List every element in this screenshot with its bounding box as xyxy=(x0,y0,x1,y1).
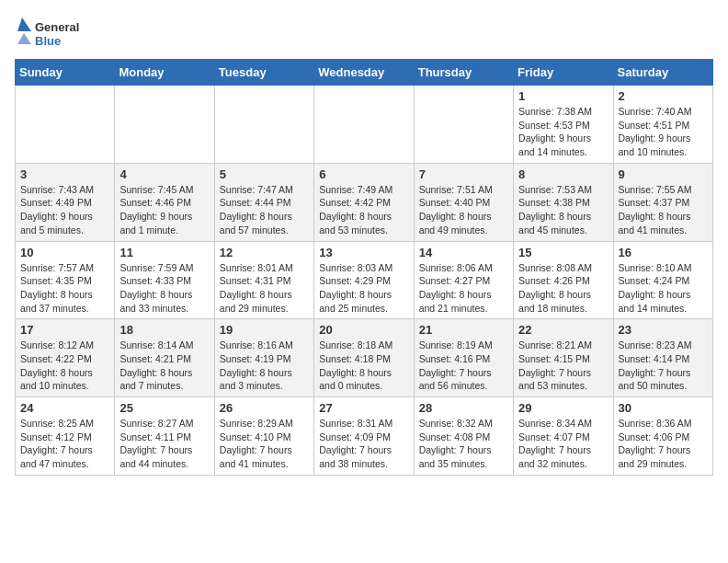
day-number: 12 xyxy=(220,246,309,259)
day-cell: 9Sunrise: 7:55 AM Sunset: 4:37 PM Daylig… xyxy=(613,163,712,241)
day-info: Sunrise: 8:01 AM Sunset: 4:31 PM Dayligh… xyxy=(220,261,309,316)
day-cell xyxy=(314,86,414,164)
day-info: Sunrise: 7:59 AM Sunset: 4:33 PM Dayligh… xyxy=(119,261,209,316)
svg-text:General: General xyxy=(35,20,79,34)
day-info: Sunrise: 8:31 AM Sunset: 4:09 PM Dayligh… xyxy=(319,417,408,471)
day-number: 20 xyxy=(319,323,408,337)
calendar-table: SundayMondayTuesdayWednesdayThursdayFrid… xyxy=(15,59,713,476)
day-info: Sunrise: 7:45 AM Sunset: 4:46 PM Dayligh… xyxy=(119,183,209,237)
day-info: Sunrise: 8:32 AM Sunset: 4:08 PM Dayligh… xyxy=(419,417,508,471)
logo: General Blue xyxy=(15,15,79,52)
weekday-header-sunday: Sunday xyxy=(16,60,115,86)
day-info: Sunrise: 7:47 AM Sunset: 4:44 PM Dayligh… xyxy=(220,183,309,237)
day-number: 17 xyxy=(20,323,109,337)
day-info: Sunrise: 7:40 AM Sunset: 4:51 PM Dayligh… xyxy=(619,105,708,159)
day-cell: 2Sunrise: 7:40 AM Sunset: 4:51 PM Daylig… xyxy=(613,86,712,164)
header: General Blue xyxy=(15,15,713,52)
day-cell: 23Sunrise: 8:23 AM Sunset: 4:14 PM Dayli… xyxy=(613,319,712,397)
day-cell: 12Sunrise: 8:01 AM Sunset: 4:31 PM Dayli… xyxy=(214,241,313,319)
day-cell: 10Sunrise: 7:57 AM Sunset: 4:35 PM Dayli… xyxy=(16,241,115,319)
day-number: 30 xyxy=(619,401,708,415)
day-number: 15 xyxy=(518,246,608,259)
day-info: Sunrise: 8:08 AM Sunset: 4:26 PM Dayligh… xyxy=(518,261,608,316)
logo-svg: General Blue xyxy=(15,15,79,52)
day-cell: 18Sunrise: 8:14 AM Sunset: 4:21 PM Dayli… xyxy=(115,319,214,397)
day-info: Sunrise: 8:23 AM Sunset: 4:14 PM Dayligh… xyxy=(619,339,708,393)
day-number: 16 xyxy=(619,246,708,259)
svg-marker-3 xyxy=(17,33,31,44)
day-cell: 29Sunrise: 8:34 AM Sunset: 4:07 PM Dayli… xyxy=(514,397,613,476)
day-cell: 11Sunrise: 7:59 AM Sunset: 4:33 PM Dayli… xyxy=(115,241,214,319)
day-cell: 3Sunrise: 7:43 AM Sunset: 4:49 PM Daylig… xyxy=(16,163,115,241)
week-row-5: 24Sunrise: 8:25 AM Sunset: 4:12 PM Dayli… xyxy=(16,397,713,476)
day-info: Sunrise: 8:25 AM Sunset: 4:12 PM Dayligh… xyxy=(20,417,109,471)
day-cell: 8Sunrise: 7:53 AM Sunset: 4:38 PM Daylig… xyxy=(514,163,613,241)
day-cell: 6Sunrise: 7:49 AM Sunset: 4:42 PM Daylig… xyxy=(314,163,414,241)
day-cell: 20Sunrise: 8:18 AM Sunset: 4:18 PM Dayli… xyxy=(314,319,414,397)
weekday-header-saturday: Saturday xyxy=(613,60,712,86)
day-number: 25 xyxy=(119,401,209,415)
day-number: 26 xyxy=(220,401,309,415)
day-cell: 27Sunrise: 8:31 AM Sunset: 4:09 PM Dayli… xyxy=(314,397,414,476)
day-info: Sunrise: 8:14 AM Sunset: 4:21 PM Dayligh… xyxy=(119,339,209,393)
day-number: 9 xyxy=(619,167,708,181)
day-info: Sunrise: 8:03 AM Sunset: 4:29 PM Dayligh… xyxy=(319,261,408,316)
day-number: 23 xyxy=(619,323,708,337)
day-info: Sunrise: 8:19 AM Sunset: 4:16 PM Dayligh… xyxy=(419,339,508,393)
day-cell xyxy=(115,86,214,164)
day-number: 7 xyxy=(419,167,508,181)
day-number: 21 xyxy=(419,323,508,337)
day-cell: 19Sunrise: 8:16 AM Sunset: 4:19 PM Dayli… xyxy=(214,319,313,397)
day-info: Sunrise: 7:57 AM Sunset: 4:35 PM Dayligh… xyxy=(20,261,109,316)
day-number: 22 xyxy=(518,323,608,337)
day-cell: 1Sunrise: 7:38 AM Sunset: 4:53 PM Daylig… xyxy=(514,86,613,164)
day-number: 18 xyxy=(119,323,209,337)
day-cell: 30Sunrise: 8:36 AM Sunset: 4:06 PM Dayli… xyxy=(613,397,712,476)
day-number: 11 xyxy=(119,246,209,259)
day-info: Sunrise: 8:16 AM Sunset: 4:19 PM Dayligh… xyxy=(220,339,309,393)
day-info: Sunrise: 8:36 AM Sunset: 4:06 PM Dayligh… xyxy=(619,417,708,471)
day-info: Sunrise: 8:18 AM Sunset: 4:18 PM Dayligh… xyxy=(319,339,408,393)
day-info: Sunrise: 8:12 AM Sunset: 4:22 PM Dayligh… xyxy=(20,339,109,393)
svg-marker-2 xyxy=(17,17,31,31)
day-info: Sunrise: 7:49 AM Sunset: 4:42 PM Dayligh… xyxy=(319,183,408,237)
day-info: Sunrise: 7:51 AM Sunset: 4:40 PM Dayligh… xyxy=(419,183,508,237)
day-cell xyxy=(16,86,115,164)
day-info: Sunrise: 8:34 AM Sunset: 4:07 PM Dayligh… xyxy=(518,417,608,471)
day-info: Sunrise: 7:38 AM Sunset: 4:53 PM Dayligh… xyxy=(518,105,608,159)
day-number: 28 xyxy=(419,401,508,415)
day-number: 13 xyxy=(319,246,408,259)
day-number: 10 xyxy=(20,246,109,259)
day-cell: 16Sunrise: 8:10 AM Sunset: 4:24 PM Dayli… xyxy=(613,241,712,319)
day-cell: 15Sunrise: 8:08 AM Sunset: 4:26 PM Dayli… xyxy=(514,241,613,319)
day-cell: 7Sunrise: 7:51 AM Sunset: 4:40 PM Daylig… xyxy=(414,163,513,241)
day-number: 27 xyxy=(319,401,408,415)
svg-text:Blue: Blue xyxy=(35,34,61,48)
day-number: 2 xyxy=(619,89,708,103)
day-info: Sunrise: 8:06 AM Sunset: 4:27 PM Dayligh… xyxy=(419,261,508,316)
day-number: 8 xyxy=(518,167,608,181)
day-info: Sunrise: 8:29 AM Sunset: 4:10 PM Dayligh… xyxy=(220,417,309,471)
weekday-header-tuesday: Tuesday xyxy=(214,60,313,86)
day-info: Sunrise: 8:27 AM Sunset: 4:11 PM Dayligh… xyxy=(119,417,209,471)
day-info: Sunrise: 7:53 AM Sunset: 4:38 PM Dayligh… xyxy=(518,183,608,237)
day-number: 29 xyxy=(518,401,608,415)
day-cell: 28Sunrise: 8:32 AM Sunset: 4:08 PM Dayli… xyxy=(414,397,513,476)
weekday-header-monday: Monday xyxy=(115,60,214,86)
day-cell: 17Sunrise: 8:12 AM Sunset: 4:22 PM Dayli… xyxy=(16,319,115,397)
day-cell: 22Sunrise: 8:21 AM Sunset: 4:15 PM Dayli… xyxy=(514,319,613,397)
day-info: Sunrise: 7:43 AM Sunset: 4:49 PM Dayligh… xyxy=(20,183,109,237)
day-number: 1 xyxy=(518,89,608,103)
day-info: Sunrise: 8:21 AM Sunset: 4:15 PM Dayligh… xyxy=(518,339,608,393)
day-info: Sunrise: 7:55 AM Sunset: 4:37 PM Dayligh… xyxy=(619,183,708,237)
weekday-header-friday: Friday xyxy=(514,60,613,86)
day-cell: 4Sunrise: 7:45 AM Sunset: 4:46 PM Daylig… xyxy=(115,163,214,241)
day-cell: 25Sunrise: 8:27 AM Sunset: 4:11 PM Dayli… xyxy=(115,397,214,476)
day-cell xyxy=(214,86,313,164)
day-cell: 26Sunrise: 8:29 AM Sunset: 4:10 PM Dayli… xyxy=(214,397,313,476)
day-cell xyxy=(414,86,513,164)
day-info: Sunrise: 8:10 AM Sunset: 4:24 PM Dayligh… xyxy=(619,261,708,316)
day-number: 4 xyxy=(119,167,209,181)
day-cell: 24Sunrise: 8:25 AM Sunset: 4:12 PM Dayli… xyxy=(16,397,115,476)
day-number: 14 xyxy=(419,246,508,259)
